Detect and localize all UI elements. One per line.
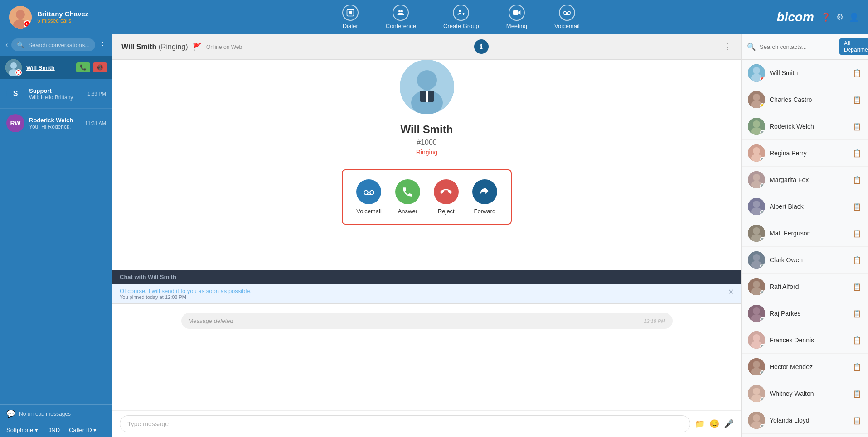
nav-dialer[interactable]: Dialer (342, 5, 359, 29)
caller-extension: #1000 (417, 139, 437, 147)
nav-create-group[interactable]: Create Group (443, 5, 479, 29)
albert-action-btn[interactable]: 📋 (853, 202, 862, 211)
attach-file-button[interactable]: 📁 (695, 419, 705, 429)
nav-conference[interactable]: Conference (386, 5, 416, 29)
incoming-caller-name[interactable]: Will Smith (26, 64, 72, 71)
contact-name-frances: Frances Dennis (770, 336, 848, 344)
create-group-icon (453, 5, 469, 21)
message-input[interactable] (120, 415, 690, 432)
rafi-status-dot (760, 290, 765, 295)
contact-item-clark[interactable]: Clark Owen 📋 (742, 247, 868, 274)
quick-reject-button[interactable]: 📵 (93, 62, 107, 72)
margarita-action-btn[interactable]: 📋 (853, 176, 862, 184)
search-bar: ‹ 🔍 ⋮ (0, 34, 112, 56)
contact-item-charles-castro[interactable]: Charles Castro 📋 (742, 86, 868, 113)
settings-icon[interactable]: ⚙ (836, 12, 844, 22)
softphone-button[interactable]: Softphone ▾ (6, 427, 38, 433)
search-wrapper: 🔍 (11, 38, 95, 51)
contact-item-regina[interactable]: Regina Perry 📋 (742, 140, 868, 167)
contact-avatar-roderick (748, 118, 765, 135)
contact-avatar-rafi (748, 278, 765, 295)
contact-item-roderick[interactable]: Roderick Welch 📋 (742, 113, 868, 140)
search-input[interactable] (28, 42, 90, 48)
contact-item-frances[interactable]: Frances Dennis 📋 (742, 327, 868, 354)
left-sidebar: ‹ 🔍 ⋮ Will Sm (0, 34, 112, 437)
contact-avatar-regina (748, 144, 765, 162)
incoming-call-panel: Will Smith #1000 Ringing Voicemail (112, 60, 741, 270)
more-options-btn[interactable]: ⋮ (724, 42, 732, 52)
hector-action-btn[interactable]: 📋 (853, 363, 862, 371)
nav-meeting[interactable]: Meeting (506, 5, 527, 29)
nav-voicemail[interactable]: Voicemail (554, 5, 580, 29)
matt-action-btn[interactable]: 📋 (853, 229, 862, 238)
contact-name-regina: Regina Perry (770, 149, 848, 157)
clark-action-btn[interactable]: 📋 (853, 256, 862, 264)
contact-item-yolanda[interactable]: Yolanda Lloyd 📋 (742, 407, 868, 434)
will-smith-status-dot (760, 77, 765, 81)
user-avatar: 5 (9, 6, 32, 29)
voicemail-action-button[interactable]: Voicemail (356, 179, 382, 215)
yolanda-action-btn[interactable]: 📋 (853, 416, 862, 425)
svg-rect-26 (17, 71, 20, 74)
close-pinned-button[interactable]: ✕ (728, 288, 734, 296)
quick-answer-button[interactable]: 📞 (76, 62, 90, 72)
ringing-flag-icon: 🚩 (193, 43, 202, 51)
help-icon[interactable]: ❓ (821, 12, 831, 22)
caller-name-large: Will Smith (401, 123, 453, 136)
svg-point-16 (459, 10, 461, 12)
menu-dots[interactable]: ⋮ (99, 40, 107, 50)
contact-item-whitney[interactable]: Whitney Walton 📋 (742, 380, 868, 407)
roderick-status-dot (760, 130, 765, 134)
reject-action-button[interactable]: Reject (434, 179, 459, 215)
caller-id-button[interactable]: Caller ID ▾ (69, 427, 97, 433)
frances-action-btn[interactable]: 📋 (853, 336, 862, 345)
info-button[interactable]: ℹ (474, 39, 489, 54)
chat-input-area: 📁 😊 🎤 (112, 410, 741, 437)
conv-preview-roderick: You: Hi Roderick. (29, 124, 81, 130)
contact-avatar-hector (748, 358, 765, 375)
roderick-action-btn[interactable]: 📋 (853, 122, 862, 131)
back-arrow[interactable]: ‹ (5, 41, 8, 49)
user-icon[interactable]: 👤 (849, 12, 859, 22)
call-header: Will Smith (Ringing) 🚩 Online on Web ℹ ⋮ (112, 34, 741, 60)
phone-icon: 📞 (80, 64, 87, 71)
answer-action-label: Answer (398, 208, 417, 215)
contact-item-matt[interactable]: Matt Ferguson 📋 (742, 220, 868, 247)
answer-action-button[interactable]: Answer (395, 179, 420, 215)
contact-item-albert[interactable]: Albert Black 📋 (742, 193, 868, 220)
contact-item-will-smith[interactable]: Will Smith 📋 (742, 60, 868, 86)
contact-search-input[interactable] (760, 43, 836, 50)
dnd-button[interactable]: DND (47, 427, 60, 433)
svg-point-32 (364, 190, 368, 194)
dialer-icon (342, 5, 359, 21)
user-status: 5 missed calls (37, 18, 88, 24)
contact-name-clark: Clark Owen (770, 256, 848, 264)
conv-item-support[interactable]: S Support Will: Hello Brittany 1:39 PM (0, 79, 112, 109)
will-smith-action-btn[interactable]: 📋 (853, 69, 862, 77)
contact-item-rafi[interactable]: Rafi Alford 📋 (742, 274, 868, 300)
regina-action-btn[interactable]: 📋 (853, 149, 862, 158)
svg-point-63 (753, 307, 760, 315)
raj-status-dot (760, 317, 765, 322)
contact-item-hector[interactable]: Hector Mendez 📋 (742, 354, 868, 380)
svg-point-5 (349, 11, 349, 12)
voice-message-button[interactable]: 🎤 (724, 419, 734, 429)
contact-item-margarita[interactable]: Margarita Fox 📋 (742, 167, 868, 193)
whitney-status-dot (760, 397, 765, 402)
svg-point-11 (349, 14, 349, 14)
contact-item-raj[interactable]: Raj Parkes 📋 (742, 300, 868, 327)
charles-action-btn[interactable]: 📋 (853, 96, 862, 104)
emoji-button[interactable]: 😊 (709, 419, 719, 429)
pinned-message-sub: You pinned today at 12:08 PM (120, 294, 252, 300)
conv-item-roderick[interactable]: RW Roderick Welch You: Hi Roderick. 11:3… (0, 109, 112, 138)
contact-name-roderick: Roderick Welch (770, 123, 848, 130)
raj-action-btn[interactable]: 📋 (853, 309, 862, 318)
svg-point-54 (753, 227, 760, 235)
conversation-list: S Support Will: Hello Brittany 1:39 PM R… (0, 79, 112, 404)
department-dropdown[interactable]: All Departments ▾ (839, 38, 868, 55)
rafi-action-btn[interactable]: 📋 (853, 283, 862, 291)
forward-action-button[interactable]: Forward (472, 179, 497, 215)
whitney-action-btn[interactable]: 📋 (853, 389, 862, 398)
conv-details-roderick: Roderick Welch You: Hi Roderick. (29, 117, 81, 130)
svg-point-75 (753, 414, 760, 422)
